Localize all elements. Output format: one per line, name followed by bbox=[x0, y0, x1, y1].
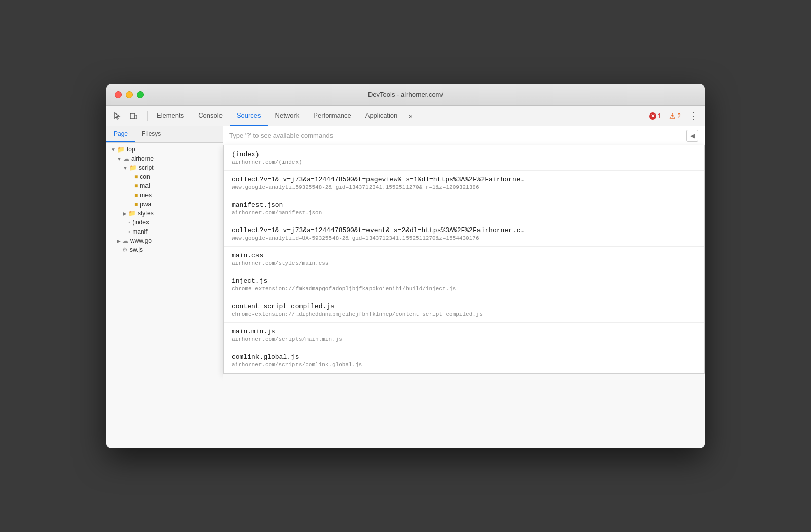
arrow-icon: ▼ bbox=[123, 165, 128, 171]
toolbar-right: ✕ 1 ⚠ 2 ⋮ bbox=[646, 110, 702, 122]
command-dropdown: (index) airhorner.com/(index) collect?v=… bbox=[223, 145, 705, 373]
traffic-lights bbox=[115, 91, 144, 98]
tree-label-top: top bbox=[127, 146, 135, 153]
titlebar: DevTools - airhorner.com/ bbox=[106, 84, 705, 106]
tab-elements[interactable]: Elements bbox=[150, 106, 191, 126]
more-options-button[interactable]: ⋮ bbox=[686, 110, 702, 122]
dropdown-secondary-text: www.google-analyti…d=UA-59325548-2&_gid=… bbox=[232, 235, 696, 241]
toolbar-divider bbox=[147, 111, 148, 121]
tab-sources[interactable]: Sources bbox=[230, 106, 268, 126]
folder-icon: 📁 bbox=[128, 210, 136, 217]
inspect-icon[interactable] bbox=[109, 108, 125, 124]
devtools-window: DevTools - airhorner.com/ Elements Conso… bbox=[106, 84, 705, 448]
folder-icon: 📁 bbox=[129, 164, 137, 171]
error-badge[interactable]: ✕ 1 bbox=[646, 111, 665, 121]
dropdown-primary-text: (index) bbox=[232, 150, 696, 158]
tabs-container: Elements Console Sources Network Perform… bbox=[150, 106, 646, 126]
tab-console[interactable]: Console bbox=[191, 106, 230, 126]
warning-badge[interactable]: ⚠ 2 bbox=[666, 111, 684, 121]
devtools-toolbar: Elements Console Sources Network Perform… bbox=[106, 106, 705, 126]
sidebar: Page Filesys ▼ 📁 top ▼ ☁ airhorne bbox=[106, 126, 223, 448]
dropdown-primary-text: collect?v=1&_v=j73&a=1244478500&t=pagevi… bbox=[232, 176, 696, 183]
dropdown-primary-text: main.min.js bbox=[232, 328, 696, 335]
sidebar-tab-filesystem[interactable]: Filesys bbox=[135, 126, 168, 142]
tree-item-mai[interactable]: ▶ ■ mai bbox=[106, 181, 223, 191]
arrow-icon: ▼ bbox=[117, 156, 122, 162]
dropdown-item-main-css[interactable]: main.css airhorner.com/styles/main.css bbox=[224, 247, 704, 272]
right-panel: ◀ (index) airhorner.com/(index) collect?… bbox=[223, 126, 705, 448]
tree-item-pwa[interactable]: ▶ ■ pwa bbox=[106, 200, 223, 209]
file-icon: ■ bbox=[134, 182, 138, 189]
tree-item-con[interactable]: ▶ ■ con bbox=[106, 172, 223, 181]
tree-label-airhorner: airhorne bbox=[131, 155, 154, 162]
dropdown-item-index[interactable]: (index) airhorner.com/(index) bbox=[224, 145, 704, 171]
tree-item-scripts[interactable]: ▼ 📁 script bbox=[106, 163, 223, 172]
toolbar-icons bbox=[109, 108, 141, 124]
tree-label-manifest: manif bbox=[132, 228, 147, 235]
tree-label-index: (index bbox=[132, 219, 149, 226]
dropdown-item-inject-js[interactable]: inject.js chrome-extension://fmkadmapgof… bbox=[224, 272, 704, 297]
dropdown-item-collect-event[interactable]: collect?v=1&_v=j73&a=1244478500&t=event&… bbox=[224, 221, 704, 247]
dropdown-secondary-text: airhorner.com/manifest.json bbox=[232, 210, 696, 216]
tree-label-styles: styles bbox=[138, 210, 154, 217]
dropdown-secondary-text: www.google-analyti…59325548-2&_gid=13437… bbox=[232, 184, 696, 191]
collapse-panel-button[interactable]: ◀ bbox=[686, 130, 698, 142]
warning-count: 2 bbox=[677, 112, 681, 120]
tree-label-con: con bbox=[140, 173, 150, 180]
dropdown-primary-text: inject.js bbox=[232, 277, 696, 285]
svg-rect-0 bbox=[130, 113, 135, 119]
tab-network[interactable]: Network bbox=[268, 106, 307, 126]
main-content: Page Filesys ▼ 📁 top ▼ ☁ airhorne bbox=[106, 126, 705, 448]
dropdown-item-manifest[interactable]: manifest.json airhorner.com/manifest.jso… bbox=[224, 196, 704, 221]
tree-label-pwa: pwa bbox=[140, 201, 151, 208]
more-tabs-button[interactable]: » bbox=[404, 106, 416, 126]
tree-label-www-google: www.go bbox=[130, 237, 152, 244]
tree-item-sw-js[interactable]: ▶ ⚙ sw.js bbox=[106, 245, 223, 254]
gear-icon: ⚙ bbox=[122, 246, 128, 253]
arrow-icon: ▶ bbox=[123, 211, 127, 216]
tree-label-mai: mai bbox=[140, 182, 150, 189]
close-button[interactable] bbox=[115, 91, 122, 98]
tree-label-sw-js: sw.js bbox=[130, 246, 143, 253]
arrow-icon: ▶ bbox=[117, 238, 121, 244]
file-icon: ▪ bbox=[128, 228, 130, 235]
dropdown-item-collect-pageview[interactable]: collect?v=1&_v=j73&a=1244478500&t=pagevi… bbox=[224, 171, 704, 196]
arrow-icon: ▼ bbox=[110, 147, 116, 153]
sidebar-tab-page[interactable]: Page bbox=[106, 126, 135, 142]
minimize-button[interactable] bbox=[126, 91, 133, 98]
file-icon: ■ bbox=[134, 173, 138, 180]
tree-item-styles[interactable]: ▶ 📁 styles bbox=[106, 209, 223, 218]
maximize-button[interactable] bbox=[137, 91, 144, 98]
tree-item-manifest[interactable]: ▶ ▪ manif bbox=[106, 227, 223, 236]
tree-item-mes[interactable]: ▶ ■ mes bbox=[106, 191, 223, 200]
dropdown-secondary-text: airhorner.com/(index) bbox=[232, 159, 696, 165]
tab-application[interactable]: Application bbox=[358, 106, 405, 126]
dropdown-primary-text: manifest.json bbox=[232, 201, 696, 209]
command-bar: ◀ bbox=[223, 126, 705, 145]
file-icon: ■ bbox=[134, 201, 138, 208]
command-input[interactable] bbox=[229, 132, 686, 139]
window-title: DevTools - airhorner.com/ bbox=[368, 91, 443, 98]
tree-item-index[interactable]: ▶ ▪ (index bbox=[106, 218, 223, 227]
dropdown-secondary-text: airhorner.com/scripts/main.min.js bbox=[232, 336, 696, 343]
cloud-icon: ☁ bbox=[122, 237, 128, 244]
tree-item-top[interactable]: ▼ 📁 top bbox=[106, 145, 223, 154]
error-count: 1 bbox=[658, 112, 661, 120]
dropdown-secondary-text: airhorner.com/scripts/comlink.global.js bbox=[232, 362, 696, 368]
dropdown-item-comlink[interactable]: comlink.global.js airhorner.com/scripts/… bbox=[224, 348, 704, 373]
error-icon: ✕ bbox=[649, 112, 656, 120]
sidebar-tree: ▼ 📁 top ▼ ☁ airhorne ▼ 📁 script bbox=[106, 143, 223, 448]
device-toggle-icon[interactable] bbox=[126, 108, 141, 124]
tab-performance[interactable]: Performance bbox=[306, 106, 358, 126]
dropdown-item-main-min-js[interactable]: main.min.js airhorner.com/scripts/main.m… bbox=[224, 323, 704, 348]
cloud-icon: ☁ bbox=[123, 155, 129, 162]
dropdown-secondary-text: chrome-extension://…diphcddnnabmjcihcjfb… bbox=[232, 311, 696, 317]
folder-icon: 📁 bbox=[117, 146, 125, 153]
dropdown-item-content-script[interactable]: content_script_compiled.js chrome-extens… bbox=[224, 297, 704, 323]
dropdown-secondary-text: chrome-extension://fmkadmapgofadopljbjfk… bbox=[232, 286, 696, 292]
dropdown-primary-text: collect?v=1&_v=j73&a=1244478500&t=event&… bbox=[232, 226, 696, 234]
dropdown-primary-text: content_script_compiled.js bbox=[232, 302, 696, 310]
sidebar-tabs: Page Filesys bbox=[106, 126, 223, 143]
tree-item-www-google[interactable]: ▶ ☁ www.go bbox=[106, 236, 223, 245]
tree-item-airhorner[interactable]: ▼ ☁ airhorne bbox=[106, 154, 223, 163]
